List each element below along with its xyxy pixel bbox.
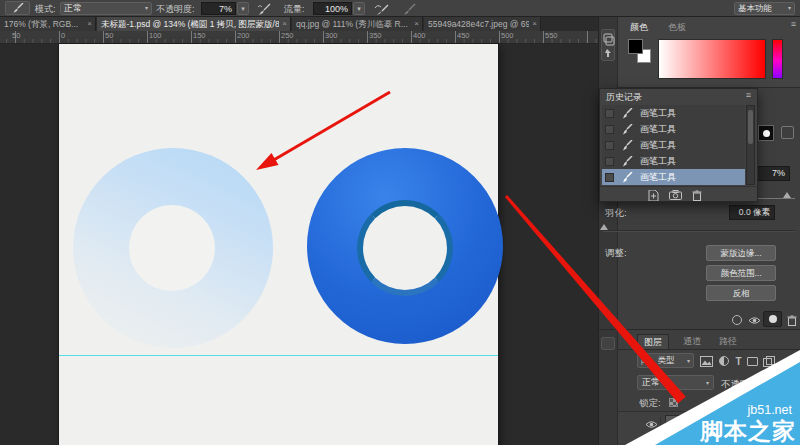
document-canvas[interactable] — [59, 44, 498, 445]
tab-swatches[interactable]: 色板 — [668, 21, 686, 34]
layer-thumbnail — [665, 415, 687, 437]
history-step[interactable]: 画笔工具 — [602, 105, 745, 121]
panel-divider — [599, 329, 800, 330]
load-selection-icon[interactable] — [732, 315, 742, 325]
feather-value[interactable]: 0.0 像素 — [729, 205, 775, 220]
horizontal-ruler: 50 0 50 100 150 200 250 300 350 400 450 … — [0, 31, 598, 44]
mask-enabled-toggle[interactable] — [763, 311, 782, 327]
adjust-label: 调整: — [605, 247, 627, 260]
collapsed-panel-icon[interactable] — [601, 337, 615, 350]
close-icon[interactable]: × — [84, 17, 95, 31]
close-icon[interactable]: × — [279, 17, 290, 31]
brush-tool-icon — [622, 172, 633, 183]
cyan-guide-line — [59, 355, 498, 356]
foreground-color-swatch[interactable] — [628, 39, 643, 54]
flow-value[interactable]: 100% — [313, 2, 352, 15]
close-icon[interactable]: × — [411, 17, 422, 31]
brush-tool-icon — [622, 124, 633, 135]
history-source-checkbox[interactable] — [605, 157, 614, 166]
foreground-background-swatches[interactable] — [628, 39, 654, 65]
panel-menu-icon[interactable]: ≡ — [791, 19, 796, 29]
mask-edge-button[interactable]: 蒙版边缘... — [706, 245, 776, 261]
trash-icon[interactable] — [784, 313, 800, 327]
tab-color[interactable]: 颜色 — [630, 21, 648, 34]
lock-label: 锁定: — [639, 397, 661, 410]
close-icon[interactable]: × — [529, 17, 540, 31]
document-tab[interactable]: 176% (背景, RGB... × — [0, 17, 96, 31]
faint-donut-hole — [129, 205, 215, 291]
history-panel-title: 历史记录 — [606, 91, 642, 104]
history-panel: 历史记录 ≡ 画笔工具 画笔工具 画笔工具 — [599, 88, 758, 202]
history-source-checkbox[interactable] — [605, 173, 614, 182]
tab-paths[interactable]: 路径 — [713, 334, 743, 349]
hue-slider[interactable] — [772, 39, 783, 79]
mask-thumbnail-icon[interactable] — [758, 125, 774, 141]
history-source-checkbox[interactable] — [605, 109, 614, 118]
color-range-button[interactable]: 颜色范围... — [706, 265, 776, 281]
trash-icon[interactable] — [690, 189, 704, 201]
tablet-pressure-size-icon[interactable] — [400, 1, 418, 16]
airbrush-icon[interactable] — [372, 1, 390, 16]
history-scrollbar[interactable] — [746, 105, 755, 185]
scrollbar-thumb[interactable] — [748, 110, 753, 144]
mode-select[interactable]: 正常 ▾ — [60, 2, 152, 15]
history-source-checkbox[interactable] — [605, 141, 614, 150]
tab-channels[interactable]: 通道 — [677, 334, 707, 349]
blend-mode-select[interactable]: 正常 ▾ — [637, 375, 714, 390]
history-step-selected[interactable]: 画笔工具 — [602, 169, 745, 185]
filter-smart-object-icon[interactable] — [761, 355, 776, 367]
workspace-select[interactable]: 基本功能 ▾ — [734, 2, 795, 15]
photoshop-window: 模式: 正常 ▾ 不透明度: 7% ▾ 流量: 100% ▾ 基本功能 ▾ 17… — [0, 0, 800, 445]
solid-donut-hole — [357, 200, 453, 296]
mode-label: 模式: — [35, 3, 56, 16]
history-panel-footer — [600, 186, 757, 202]
brush-icon — [12, 3, 24, 13]
document-tab-active[interactable]: 未标题-1.psd @ 134% (椭圆 1 拷贝, 图层蒙版/8)* × — [97, 17, 291, 31]
layer-filter-select[interactable]: ρ 类型 ▾ — [637, 353, 694, 368]
chevron-down-icon: ▾ — [706, 379, 709, 386]
chevron-down-icon: ▾ — [145, 3, 148, 14]
watermark-name-text: 脚本之家 — [700, 416, 796, 445]
panel-menu-icon[interactable]: ≡ — [746, 90, 751, 100]
invert-button[interactable]: 反相 — [706, 285, 776, 301]
density-slider-thumb[interactable] — [783, 192, 791, 198]
flow-label: 流量: — [284, 3, 305, 16]
filter-type-layers-icon[interactable]: T — [731, 355, 746, 367]
filter-adjustment-layers-icon[interactable] — [716, 355, 731, 367]
vector-mask-icon[interactable] — [781, 126, 794, 139]
chevron-down-icon: ▾ — [788, 3, 791, 14]
brush-tool-icon — [622, 140, 633, 151]
history-step[interactable]: 画笔工具 — [602, 137, 745, 153]
document-tab[interactable]: qq.jpg @ 111% (秀川临摹 R... × — [292, 17, 423, 31]
right-panel-dock: ◀◀ 颜色 色板 ≡ 7% 羽化: 0.0 像素 调整: 蒙版边缘... 颜色范… — [598, 17, 800, 445]
watermark-site-text: jb51.net — [748, 403, 792, 417]
flow-dropdown-button[interactable]: ▾ — [353, 2, 365, 15]
new-snapshot-camera-icon[interactable] — [668, 189, 682, 201]
opacity-label: 不透明度: — [156, 3, 195, 16]
tool-options-bar: 模式: 正常 ▾ 不透明度: 7% ▾ 流量: 100% ▾ 基本功能 ▾ — [0, 0, 800, 17]
collapsed-panel-icon[interactable] — [601, 29, 615, 61]
history-list: 画笔工具 画笔工具 画笔工具 画笔工具 — [602, 105, 745, 185]
apply-mask-eye-icon[interactable] — [746, 313, 762, 327]
document-tab[interactable]: 55949a428e4c7.jpeg @ 69.9... × — [424, 17, 541, 31]
brush-preset-picker[interactable] — [5, 1, 30, 15]
layer-visibility-toggle[interactable] — [643, 417, 661, 431]
opacity-value[interactable]: 7% — [201, 2, 236, 15]
tablet-pressure-opacity-icon[interactable] — [255, 1, 273, 16]
chevron-down-icon: ▾ — [687, 357, 690, 364]
history-step[interactable]: 画笔工具 — [602, 153, 745, 169]
feather-slider-thumb[interactable] — [600, 224, 608, 230]
lock-transparency-icon[interactable] — [669, 398, 678, 407]
filter-shape-layers-icon[interactable] — [745, 355, 760, 367]
history-step[interactable]: 画笔工具 — [602, 121, 745, 137]
color-panel: 颜色 色板 ≡ — [618, 17, 800, 88]
search-icon: ρ — [641, 357, 645, 364]
color-ramp[interactable] — [658, 39, 766, 79]
feather-slider[interactable] — [603, 230, 795, 232]
opacity-dropdown-button[interactable]: ▾ — [237, 2, 249, 15]
history-source-checkbox[interactable] — [605, 125, 614, 134]
tab-layers[interactable]: 图层 — [637, 334, 669, 349]
new-document-from-state-icon[interactable] — [646, 189, 660, 201]
filter-pixel-layers-icon[interactable] — [699, 355, 714, 367]
eye-icon — [645, 420, 658, 429]
